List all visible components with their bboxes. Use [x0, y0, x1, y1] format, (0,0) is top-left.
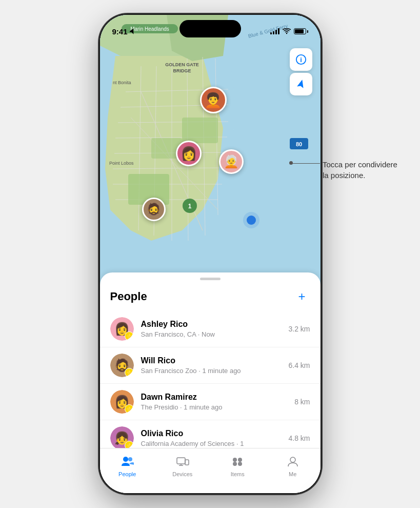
map-location-button[interactable] [290, 73, 312, 95]
person-name-dawn: Dawn Ramirez [141, 393, 288, 402]
tab-me-label: Me [289, 471, 296, 477]
map-info-button[interactable]: i [290, 48, 312, 71]
tab-items-label: Items [231, 471, 245, 477]
signal-bars [270, 28, 279, 34]
avatar-star-will: ⭐ [125, 368, 134, 377]
battery-icon [294, 28, 308, 34]
callout-annotation: Tocca per condividere la posizione. [323, 159, 405, 181]
people-icon [121, 456, 134, 469]
svg-point-36 [128, 457, 132, 461]
add-person-button[interactable]: + [294, 288, 310, 305]
svg-point-44 [238, 462, 242, 466]
person-location-olivia: California Academy of Sciences · 1 [141, 440, 282, 447]
tab-devices-label: Devices [172, 471, 192, 477]
svg-point-35 [123, 457, 128, 462]
tab-me[interactable]: Me [265, 454, 321, 477]
avatar-dawn: 👩 ⭐ [110, 390, 134, 414]
tab-items[interactable]: Items [210, 454, 266, 477]
svg-point-32 [243, 212, 259, 228]
avatar-will: 🧔 ⭐ [110, 354, 134, 377]
svg-point-45 [290, 457, 295, 462]
phone-frame: 9:41 [100, 15, 321, 493]
person-location-ashley: San Francisco, CA · Now [141, 330, 282, 338]
wifi-icon [283, 28, 291, 34]
map-area[interactable]: 1 80 Blue & Gold Ferry Marin Headlands G… [100, 15, 321, 302]
person-distance-olivia: 4.8 km [288, 434, 310, 442]
clock: 9:41 [112, 27, 128, 36]
callout-line [292, 163, 320, 164]
svg-rect-18 [182, 118, 218, 143]
person-info-ashley: Ashley Rico San Francisco, CA · Now [141, 320, 282, 338]
person-distance-ashley: 3.2 km [288, 325, 310, 333]
svg-text:BRIDGE: BRIDGE [173, 68, 191, 73]
svg-point-43 [233, 462, 237, 466]
avatar-olivia: 👧 ⭐ [110, 426, 134, 450]
person-location-will: San Francisco Zoo · 1 minute ago [141, 367, 282, 375]
map-pin-3[interactable]: 🧑‍🦳 [219, 149, 244, 174]
person-distance-will: 6.4 km [288, 361, 310, 369]
location-arrow-icon [130, 28, 135, 34]
svg-text:Point Lobos: Point Lobos [109, 161, 134, 166]
items-icon [231, 456, 244, 469]
svg-point-42 [238, 458, 242, 462]
svg-text:GOLDEN GATE: GOLDEN GATE [165, 62, 198, 67]
tab-people-label: People [118, 471, 136, 477]
person-distance-dawn: 8 km [294, 398, 310, 406]
person-info-olivia: Olivia Rico California Academy of Scienc… [141, 429, 282, 447]
status-icons [270, 28, 308, 34]
svg-rect-37 [177, 458, 185, 464]
person-info-dawn: Dawn Ramirez The Presidio · 1 minute ago [141, 393, 288, 411]
person-row-dawn[interactable]: 👩 ⭐ Dawn Ramirez The Presidio · 1 minute… [100, 384, 321, 420]
svg-text:1: 1 [188, 203, 191, 210]
map-svg: 1 80 Blue & Gold Ferry Marin Headlands G… [100, 15, 321, 302]
me-icon [286, 456, 299, 469]
person-name-ashley: Ashley Rico [141, 320, 282, 329]
avatar-ashley: 👩 ⭐ [110, 317, 134, 341]
avatar-star-ashley: ⭐ [125, 331, 134, 341]
person-row-ashley[interactable]: 👩 ⭐ Ashley Rico San Francisco, CA · Now … [100, 311, 321, 347]
devices-icon [176, 456, 189, 469]
map-controls: i [290, 48, 312, 95]
map-pin-2[interactable]: 👩 [176, 141, 202, 166]
map-pin-1[interactable]: 🧑‍🦱 [200, 87, 227, 113]
avatar-star-dawn: ⭐ [125, 404, 134, 414]
status-time: 9:41 [112, 27, 135, 36]
person-location-dawn: The Presidio · 1 minute ago [141, 403, 288, 411]
svg-text:80: 80 [295, 141, 302, 147]
panel-title: People [110, 290, 147, 303]
panel-header: People + [100, 280, 321, 311]
callout-text: Tocca per condividere la posizione. [323, 159, 405, 181]
people-list: 👩 ⭐ Ashley Rico San Francisco, CA · Now … [100, 311, 321, 460]
person-name-olivia: Olivia Rico [141, 429, 282, 438]
svg-point-41 [233, 458, 237, 462]
tab-bar: People Devices I [100, 448, 321, 493]
dynamic-island [179, 20, 241, 37]
person-name-will: Will Rico [141, 356, 282, 365]
svg-rect-40 [185, 460, 189, 465]
svg-text:nt Bonita: nt Bonita [113, 80, 131, 85]
tab-people[interactable]: People [100, 454, 155, 477]
svg-text:i: i [300, 56, 302, 64]
person-row-will[interactable]: 🧔 ⭐ Will Rico San Francisco Zoo · 1 minu… [100, 347, 321, 384]
map-pin-4[interactable]: 🧔 [142, 198, 166, 221]
tab-devices[interactable]: Devices [155, 454, 210, 477]
person-info-will: Will Rico San Francisco Zoo · 1 minute a… [141, 356, 282, 375]
